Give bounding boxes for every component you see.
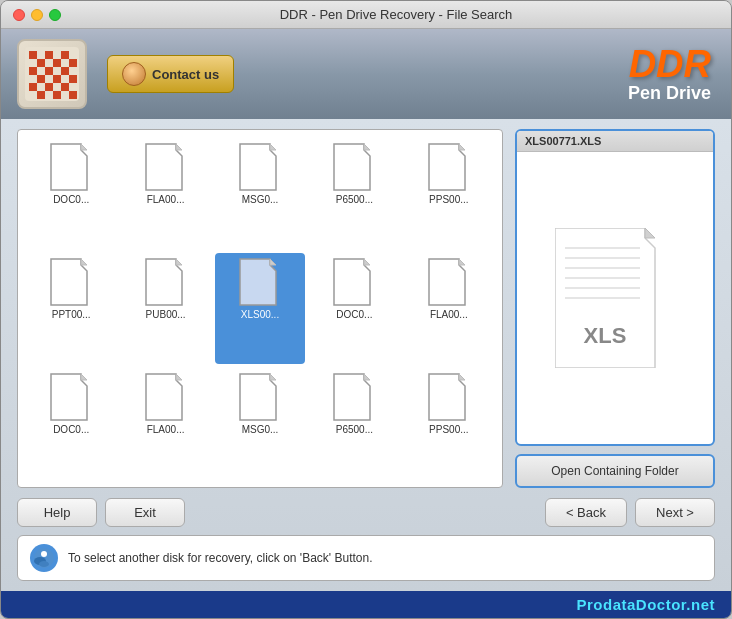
- file-label: PPS00...: [429, 194, 468, 205]
- svg-marker-33: [240, 259, 276, 305]
- file-item[interactable]: PUB00...: [120, 253, 210, 364]
- close-button[interactable]: [13, 9, 25, 21]
- file-label: P6500...: [336, 194, 373, 205]
- file-icon: [144, 372, 188, 422]
- svg-marker-26: [364, 144, 370, 150]
- file-label: DOC0...: [53, 424, 89, 435]
- file-icon: [49, 257, 93, 307]
- svg-point-60: [41, 551, 47, 557]
- file-item[interactable]: MSG0...: [215, 368, 305, 479]
- header: Contact us DDR Pen Drive: [1, 29, 731, 119]
- svg-rect-8: [45, 67, 53, 75]
- file-label: PPT00...: [52, 309, 91, 320]
- svg-marker-47: [429, 374, 465, 420]
- svg-marker-48: [459, 374, 465, 380]
- svg-marker-22: [176, 144, 182, 150]
- file-item[interactable]: FLA00...: [404, 253, 494, 364]
- file-grid: DOC0...FLA00...MSG0...P6500...PPS00...PP…: [18, 130, 502, 487]
- file-item[interactable]: DOC0...: [309, 253, 399, 364]
- file-icon: [332, 372, 376, 422]
- content-area: DOC0...FLA00...MSG0...P6500...PPS00...PP…: [17, 129, 715, 488]
- svg-marker-43: [240, 374, 276, 420]
- svg-rect-2: [45, 51, 53, 59]
- svg-marker-44: [270, 374, 276, 380]
- file-label: PPS00...: [429, 424, 468, 435]
- svg-marker-28: [459, 144, 465, 150]
- brand-text: ProdataDoctor.net: [576, 596, 715, 613]
- info-icon: [30, 544, 58, 572]
- file-icon: [427, 257, 471, 307]
- svg-marker-25: [334, 144, 370, 190]
- main-window: DDR - Pen Drive Recovery - File Search: [0, 0, 732, 619]
- back-button[interactable]: < Back: [545, 498, 627, 527]
- file-item[interactable]: PPT00...: [26, 253, 116, 364]
- svg-rect-10: [37, 75, 45, 83]
- file-item[interactable]: MSG0...: [215, 138, 305, 249]
- svg-rect-5: [53, 59, 61, 67]
- file-item[interactable]: P6500...: [309, 368, 399, 479]
- svg-marker-38: [459, 259, 465, 265]
- maximize-button[interactable]: [49, 9, 61, 21]
- svg-marker-40: [81, 374, 87, 380]
- file-grid-panel: DOC0...FLA00...MSG0...P6500...PPS00...PP…: [17, 129, 503, 488]
- file-label: DOC0...: [53, 194, 89, 205]
- svg-marker-50: [645, 228, 655, 238]
- window-title: DDR - Pen Drive Recovery - File Search: [73, 7, 719, 22]
- next-button[interactable]: Next >: [635, 498, 715, 527]
- info-bar: To select another disk for recovery, cli…: [17, 535, 715, 581]
- file-item[interactable]: FLA00...: [120, 138, 210, 249]
- file-icon: [332, 142, 376, 192]
- preview-panel: XLS00771.XLS: [515, 129, 715, 488]
- file-item[interactable]: XLS00...: [215, 253, 305, 364]
- traffic-lights: [13, 9, 61, 21]
- open-containing-folder-button[interactable]: Open Containing Folder: [515, 454, 715, 488]
- svg-marker-42: [176, 374, 182, 380]
- svg-rect-6: [69, 59, 77, 67]
- svg-rect-1: [29, 51, 37, 59]
- titlebar: DDR - Pen Drive Recovery - File Search: [1, 1, 731, 29]
- file-label: FLA00...: [147, 424, 185, 435]
- file-icon: [238, 372, 282, 422]
- file-label: FLA00...: [430, 309, 468, 320]
- svg-rect-4: [37, 59, 45, 67]
- svg-marker-20: [81, 144, 87, 150]
- file-icon: [238, 257, 282, 307]
- svg-marker-23: [240, 144, 276, 190]
- svg-marker-24: [270, 144, 276, 150]
- file-item[interactable]: PPS00...: [404, 368, 494, 479]
- file-icon: [427, 142, 471, 192]
- svg-rect-17: [53, 91, 61, 99]
- file-item[interactable]: FLA00...: [120, 368, 210, 479]
- svg-marker-34: [270, 259, 276, 265]
- ddr-subtitle: Pen Drive: [628, 83, 711, 104]
- help-button[interactable]: Help: [17, 498, 97, 527]
- file-item[interactable]: PPS00...: [404, 138, 494, 249]
- preview-content: XLS: [517, 152, 713, 444]
- svg-marker-39: [51, 374, 87, 420]
- file-label: XLS00...: [241, 309, 279, 320]
- file-label: FLA00...: [147, 194, 185, 205]
- svg-marker-30: [81, 259, 87, 265]
- file-item[interactable]: P6500...: [309, 138, 399, 249]
- preview-file-icon: XLS: [555, 228, 675, 368]
- exit-button[interactable]: Exit: [105, 498, 185, 527]
- contact-button[interactable]: Contact us: [107, 55, 234, 93]
- svg-marker-45: [334, 374, 370, 420]
- file-label: DOC0...: [336, 309, 372, 320]
- svg-rect-18: [69, 91, 77, 99]
- svg-marker-36: [364, 259, 370, 265]
- footer-brand: ProdataDoctor.net: [1, 591, 731, 618]
- ddr-logo: DDR Pen Drive: [628, 45, 711, 104]
- contact-avatar: [122, 62, 146, 86]
- file-icon: [49, 142, 93, 192]
- svg-marker-35: [334, 259, 370, 305]
- file-label: P6500...: [336, 424, 373, 435]
- file-item[interactable]: DOC0...: [26, 138, 116, 249]
- svg-rect-13: [29, 83, 37, 91]
- svg-marker-21: [146, 144, 182, 190]
- logo-icon: [25, 47, 79, 101]
- bottom-bar: Help Exit < Back Next >: [17, 498, 715, 527]
- file-icon: [49, 372, 93, 422]
- minimize-button[interactable]: [31, 9, 43, 21]
- file-item[interactable]: DOC0...: [26, 368, 116, 479]
